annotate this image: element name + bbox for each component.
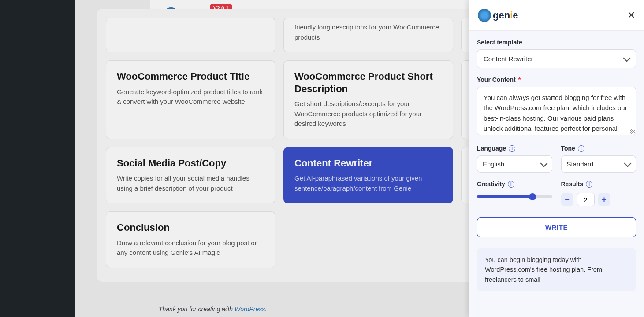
slider-thumb[interactable] (529, 193, 536, 200)
write-button[interactable]: WRITE (477, 217, 636, 237)
chevron-down-icon (624, 159, 632, 167)
your-content-label: Your Content * (477, 76, 636, 83)
card-title: Conclusion (117, 221, 264, 234)
wp-admin-sidebar (0, 0, 75, 317)
panel-body: Select template Content Rewriter Your Co… (469, 31, 644, 317)
info-icon[interactable]: i (578, 145, 584, 152)
brand-name: genie (493, 10, 518, 21)
template-select[interactable]: Content Rewriter (477, 49, 636, 68)
creativity-slider[interactable] (477, 195, 552, 198)
template-card-woo-title[interactable]: WooCommerce Product Title Generate keywo… (106, 60, 275, 139)
increment-button[interactable]: + (598, 193, 610, 206)
template-card-woo-long-desc[interactable]: friendly long descriptions for your WooC… (283, 18, 453, 52)
template-select-value: Content Rewriter (484, 55, 533, 63)
template-card-woo-short-desc[interactable]: WooCommerce Product Short Description Ge… (283, 60, 453, 139)
chevron-down-icon (540, 159, 547, 167)
close-icon[interactable]: ✕ (627, 10, 635, 21)
select-template-label: Select template (477, 39, 636, 46)
results-label: Results i (561, 181, 637, 188)
card-desc: Draw a relevant conclusion for your blog… (117, 238, 264, 258)
card-title: Content Rewriter (294, 157, 442, 170)
mascot-icon (478, 9, 491, 22)
language-value: English (483, 160, 504, 168)
tone-select[interactable]: Standard (561, 155, 637, 173)
wordpress-link[interactable]: WordPress (235, 306, 265, 313)
tone-value: Standard (567, 160, 594, 168)
template-card-partial[interactable] (106, 18, 275, 52)
chevron-down-icon (623, 54, 631, 62)
card-desc: Get AI-paraphrased variations of your gi… (294, 173, 442, 193)
template-card-social-media[interactable]: Social Media Post/Copy Write copies for … (106, 147, 275, 204)
template-card-conclusion[interactable]: Conclusion Draw a relevant conclusion fo… (106, 211, 275, 268)
panel-header: genie ✕ (469, 0, 644, 31)
card-desc: Write copies for all your social media h… (117, 173, 264, 193)
generated-result[interactable]: You can begin blogging today with WordPr… (477, 248, 636, 291)
card-title: WooCommerce Product Title (117, 70, 264, 83)
card-title: WooCommerce Product Short Description (294, 70, 442, 95)
genie-side-panel: genie ✕ Select template Content Rewriter… (469, 0, 644, 317)
language-select[interactable]: English (477, 155, 552, 173)
content-textarea[interactable] (477, 87, 636, 135)
language-label: Language i (477, 145, 552, 152)
card-desc: friendly long descriptions for your WooC… (294, 22, 442, 42)
card-title: Social Media Post/Copy (117, 157, 264, 170)
card-desc: Get short descriptions/excerpts for your… (294, 99, 442, 129)
info-icon[interactable]: i (509, 145, 515, 152)
info-icon[interactable]: i (508, 181, 514, 188)
decrement-button[interactable]: − (561, 193, 573, 206)
card-desc: Generate keyword-optimized product title… (117, 87, 264, 107)
info-icon[interactable]: i (586, 181, 592, 188)
creativity-label: Creativity i (477, 181, 552, 188)
template-card-content-rewriter[interactable]: Content Rewriter Get AI-paraphrased vari… (283, 147, 453, 204)
results-stepper: − + (561, 191, 637, 206)
tone-label: Tone i (561, 145, 637, 152)
panel-logo: genie (478, 9, 518, 22)
footer-credit: Thank you for creating with WordPress. (159, 306, 267, 313)
results-input[interactable] (577, 193, 595, 206)
